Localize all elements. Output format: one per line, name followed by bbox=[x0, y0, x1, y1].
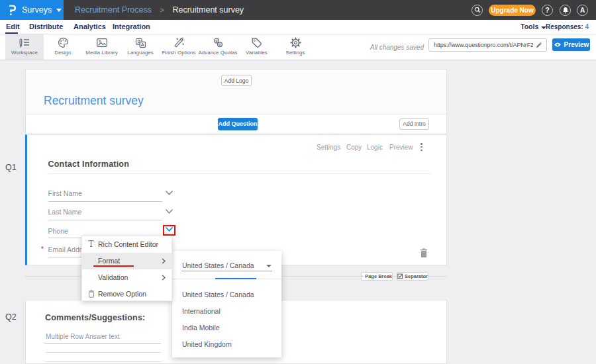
annotation-underline bbox=[93, 265, 134, 267]
help-icon: ? bbox=[545, 6, 549, 14]
select-underline bbox=[181, 271, 272, 271]
product-menu[interactable]: Surveys bbox=[0, 0, 64, 20]
separator-checkbox-icon bbox=[397, 273, 403, 279]
search-button[interactable] bbox=[472, 5, 483, 16]
add-logo-button[interactable]: Add Logo bbox=[221, 75, 252, 86]
survey-title[interactable]: Recruitment survey bbox=[44, 94, 144, 108]
answer-underline bbox=[44, 343, 161, 343]
breadcrumb-current: Recruitment survey bbox=[172, 5, 244, 15]
top-bar: Surveys Recruitment Process > Recruitmen… bbox=[0, 0, 596, 20]
toolbar-item-languages[interactable]: Languages bbox=[121, 34, 160, 60]
add-question-strip: Add Question Add Intro bbox=[26, 114, 446, 133]
menu-item-label: Remove Option bbox=[98, 290, 146, 298]
breadcrumb-folder[interactable]: Recruitment Process bbox=[75, 5, 152, 15]
toolbar-label: Finish Options bbox=[162, 50, 195, 56]
page-break-label: Page Break bbox=[365, 273, 392, 279]
translate-icon bbox=[135, 37, 146, 48]
tab-distribute[interactable]: Distribute bbox=[29, 20, 63, 34]
survey-header-card: Add Logo Recruitment survey Add Question… bbox=[25, 69, 447, 133]
palette-icon bbox=[58, 37, 69, 48]
upgrade-label: Upgrade Now bbox=[491, 7, 533, 14]
delete-question-trash-icon[interactable] bbox=[420, 248, 428, 258]
separator-button[interactable]: Separator bbox=[397, 272, 428, 281]
bell-icon bbox=[562, 7, 569, 14]
q2-question-title[interactable]: Comments/Suggestions: bbox=[45, 313, 145, 322]
select-focus-indicator bbox=[215, 278, 256, 280]
toolbar-item-design[interactable]: Design bbox=[44, 34, 82, 60]
toolbar-item-media-library[interactable]: Media Library bbox=[83, 34, 121, 60]
answer-underline bbox=[46, 352, 161, 353]
answer-underline bbox=[46, 361, 161, 362]
toolbar-item-advance-quotas[interactable]: Advance Quotas bbox=[199, 34, 237, 60]
notifications-button[interactable] bbox=[560, 5, 571, 16]
page-break-button[interactable]: Page Break bbox=[361, 272, 393, 281]
separator-label: Separator bbox=[405, 273, 428, 279]
page-break-icon bbox=[362, 273, 364, 279]
field-context-menu: T Rich Content Editor Format Validation bbox=[81, 236, 172, 301]
add-question-button[interactable]: Add Question bbox=[218, 118, 258, 130]
toolbar-item-workspace[interactable]: Workspace bbox=[5, 34, 44, 60]
toolbar-label: Settings bbox=[286, 50, 305, 56]
toolbar-label: Media Library bbox=[85, 50, 117, 56]
toolbar-item-variables[interactable]: Variables bbox=[238, 34, 276, 60]
field-label-phone[interactable]: Phone bbox=[48, 227, 68, 235]
q2-answer-placeholder[interactable]: Multiple Row Answer text bbox=[46, 333, 120, 340]
toolbar-label: Languages bbox=[127, 50, 154, 56]
format-option-us-canada[interactable]: United States / Canada bbox=[182, 291, 254, 298]
tag-icon bbox=[251, 37, 262, 48]
q1-question-title[interactable]: Contact Information bbox=[48, 159, 130, 169]
menu-item-rich-content-editor[interactable]: T Rich Content Editor bbox=[82, 236, 172, 253]
q1-logic-link[interactable]: Logic bbox=[367, 144, 383, 152]
survey-canvas: Add Logo Recruitment survey Add Question… bbox=[0, 60, 596, 364]
toolbar-item-settings[interactable]: Settings bbox=[276, 34, 315, 60]
format-submenu: United States / Canada United States / C… bbox=[172, 251, 281, 357]
q1-preview-link[interactable]: Preview bbox=[389, 144, 413, 152]
chevron-down-icon[interactable] bbox=[165, 190, 174, 196]
gear-icon bbox=[290, 37, 301, 48]
submenu-arrow-icon bbox=[162, 258, 166, 264]
text-format-icon: T bbox=[87, 240, 95, 248]
preview-button[interactable]: Preview bbox=[552, 38, 590, 51]
menu-item-label: Format bbox=[98, 257, 120, 265]
responses-count: 4 bbox=[585, 23, 589, 30]
toolbar-item-finish-options[interactable]: Finish Options bbox=[160, 34, 198, 60]
q1-title-divider bbox=[48, 173, 431, 174]
field-label-first-name[interactable]: First Name bbox=[48, 189, 82, 197]
survey-url: https://www.questionpro.com/t/APNrFZ bbox=[434, 39, 533, 51]
preview-label: Preview bbox=[564, 41, 589, 48]
format-option-international[interactable]: International bbox=[182, 307, 221, 315]
toolbar-label: Variables bbox=[246, 50, 268, 56]
save-status: All changes saved bbox=[331, 34, 424, 60]
q1-more-menu-icon[interactable] bbox=[421, 143, 422, 152]
menu-item-label: Validation bbox=[98, 273, 128, 281]
q1-settings-link[interactable]: Settings bbox=[317, 144, 340, 152]
questionpro-survey-editor: Surveys Recruitment Process > Recruitmen… bbox=[0, 0, 596, 364]
select-caret-icon bbox=[266, 265, 272, 267]
menu-item-remove-option[interactable]: Remove Option bbox=[82, 285, 172, 302]
avatar[interactable]: A bbox=[577, 5, 588, 16]
toolbar-label: Advance Quotas bbox=[198, 50, 237, 56]
add-intro-button[interactable]: Add Intro bbox=[399, 118, 429, 130]
survey-url-box[interactable]: https://www.questionpro.com/t/APNrFZ bbox=[428, 38, 547, 52]
tools-menu[interactable]: Tools bbox=[521, 20, 546, 34]
required-asterisk: * bbox=[41, 246, 44, 253]
menu-item-validation[interactable]: Validation bbox=[82, 269, 172, 286]
edit-url-pencil-icon[interactable] bbox=[535, 41, 543, 49]
field-underline bbox=[48, 201, 162, 202]
workspace-icon bbox=[18, 37, 31, 48]
format-option-india-mobile[interactable]: India Mobile bbox=[182, 324, 220, 332]
tab-analytics[interactable]: Analytics bbox=[74, 20, 106, 34]
trash-icon bbox=[87, 290, 95, 298]
upgrade-now-button[interactable]: Upgrade Now bbox=[489, 5, 536, 16]
search-icon bbox=[474, 7, 481, 13]
help-button[interactable]: ? bbox=[542, 5, 553, 16]
responses-link[interactable]: Responses: 4 bbox=[546, 20, 589, 34]
chevron-down-icon[interactable] bbox=[165, 208, 174, 214]
tab-integration[interactable]: Integration bbox=[113, 20, 150, 34]
q1-copy-link[interactable]: Copy bbox=[346, 144, 362, 152]
field-label-last-name[interactable]: Last Name bbox=[48, 208, 82, 216]
format-option-united-kingdom[interactable]: United Kingdom bbox=[182, 340, 232, 348]
chain-icon bbox=[213, 37, 224, 48]
toolbar-label: Workspace bbox=[11, 50, 38, 56]
format-select-value[interactable]: United States / Canada bbox=[182, 261, 254, 269]
